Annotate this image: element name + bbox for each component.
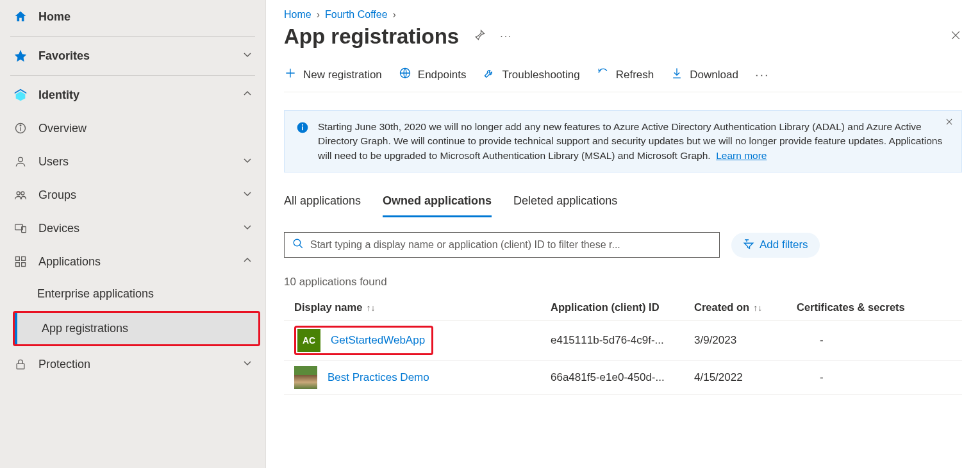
filterbar: Add filters [284, 232, 962, 258]
divider [10, 36, 255, 37]
sidebar-item-home[interactable]: Home [0, 0, 265, 33]
tabs: All applications Owned applications Dele… [284, 194, 962, 218]
cell-application-id: e415111b-5d76-4c9f-... [551, 334, 694, 347]
pin-icon[interactable] [473, 29, 486, 44]
sidebar-item-protection[interactable]: Protection [0, 347, 265, 381]
learn-more-link[interactable]: Learn more [716, 150, 767, 161]
sidebar-item-label: Applications [38, 255, 242, 269]
cell-created-on: 4/15/2022 [694, 371, 797, 384]
sidebar-item-label: Home [38, 10, 253, 24]
table-row[interactable]: AC GetStartedWebApp e415111b-5d76-4c9f-.… [284, 321, 962, 361]
cell-created-on: 3/9/2023 [694, 334, 797, 347]
tab-all-applications[interactable]: All applications [284, 194, 361, 217]
sidebar-item-groups[interactable]: Groups [0, 178, 265, 212]
more-icon[interactable]: ··· [500, 31, 512, 42]
wrench-icon [483, 67, 495, 83]
column-application-id[interactable]: Application (client) ID [551, 301, 694, 313]
refresh-button[interactable]: Refresh [597, 67, 654, 83]
close-icon[interactable] [949, 29, 962, 44]
chevron-up-icon [242, 255, 253, 268]
app-link[interactable]: GetStartedWebApp [331, 334, 425, 347]
tab-deleted-applications[interactable]: Deleted applications [513, 194, 617, 217]
chevron-down-icon [242, 222, 253, 235]
user-icon [13, 154, 28, 169]
plus-icon [284, 67, 297, 83]
info-icon [296, 121, 309, 163]
sidebar-item-label: Users [38, 155, 242, 169]
sidebar-item-favorites[interactable]: Favorites [0, 39, 265, 72]
svg-rect-8 [16, 257, 20, 261]
sidebar-item-label: Identity [38, 88, 242, 102]
sidebar-item-app-registrations[interactable]: App registrations [15, 313, 258, 344]
search-icon [292, 238, 304, 252]
breadcrumb-org[interactable]: Fourth Coffee [325, 9, 388, 21]
troubleshooting-button[interactable]: Troubleshooting [483, 67, 579, 83]
refresh-icon [597, 67, 610, 83]
tab-owned-applications[interactable]: Owned applications [383, 194, 492, 217]
cell-application-id: 66a481f5-e1e0-450d-... [551, 371, 694, 384]
close-icon[interactable] [945, 117, 954, 129]
cell-certificates: - [797, 371, 938, 384]
sidebar-item-label: Protection [38, 358, 242, 371]
info-icon [13, 121, 28, 136]
cell-display-name: AC GetStartedWebApp [284, 326, 551, 355]
applications-subnav: Enterprise applications App registration… [0, 278, 265, 346]
svg-point-17 [294, 240, 301, 247]
star-icon [13, 48, 28, 63]
chevron-up-icon [242, 88, 253, 101]
table-header: Display name ↑↓ Application (client) ID … [284, 295, 962, 321]
sort-icon: ↑↓ [753, 303, 762, 313]
sidebar-item-enterprise-applications[interactable]: Enterprise applications [0, 278, 265, 310]
svg-point-5 [21, 192, 24, 195]
app-badge: AC [297, 329, 320, 352]
cell-display-name: Best Practices Demo [284, 366, 551, 389]
download-button[interactable]: Download [670, 67, 738, 83]
sidebar-item-label: Devices [38, 222, 242, 235]
endpoints-button[interactable]: Endpoints [399, 67, 467, 83]
group-icon [13, 187, 28, 203]
info-banner: Starting June 30th, 2020 we will no long… [284, 110, 962, 172]
column-display-name[interactable]: Display name ↑↓ [284, 301, 551, 313]
sidebar-item-overview[interactable]: Overview [0, 112, 265, 145]
chevron-down-icon [242, 155, 253, 168]
svg-point-3 [19, 157, 23, 162]
banner-text: Starting June 30th, 2020 we will no long… [318, 120, 950, 163]
download-icon [670, 67, 683, 83]
filter-icon [743, 238, 754, 253]
column-label: Application (client) ID [551, 301, 660, 313]
toolbar-label: Endpoints [418, 69, 467, 81]
chevron-down-icon [242, 358, 253, 371]
chevron-right-icon: › [393, 9, 396, 21]
new-registration-button[interactable]: New registration [284, 67, 382, 83]
add-filters-button[interactable]: Add filters [731, 233, 820, 258]
breadcrumb-home[interactable]: Home [284, 9, 311, 21]
search-input[interactable] [310, 239, 711, 251]
annotation-highlight: App registrations [13, 311, 260, 346]
applications-icon [13, 254, 28, 269]
column-created-on[interactable]: Created on ↑↓ [694, 301, 797, 313]
banner-message: Starting June 30th, 2020 we will no long… [318, 121, 942, 161]
search-input-wrapper[interactable] [284, 232, 720, 258]
column-label: Display name [294, 301, 362, 313]
home-icon [13, 9, 28, 24]
app-badge [294, 366, 317, 389]
sidebar-item-identity[interactable]: Identity [0, 78, 265, 112]
sidebar-item-label: Favorites [38, 49, 242, 63]
sidebar-item-applications[interactable]: Applications [0, 245, 265, 278]
main-content: Home › Fourth Coffee › App registrations… [266, 0, 980, 468]
svg-point-2 [20, 125, 21, 126]
table-row[interactable]: Best Practices Demo 66a481f5-e1e0-450d-.… [284, 361, 962, 395]
breadcrumb: Home › Fourth Coffee › [284, 9, 962, 21]
sort-icon: ↑↓ [366, 303, 375, 313]
titlebar: App registrations ··· [284, 24, 962, 49]
toolbar-more-icon[interactable]: ··· [755, 67, 770, 82]
svg-rect-9 [22, 257, 26, 261]
column-certificates-secrets[interactable]: Certificates & secrets [797, 301, 938, 313]
sidebar-item-users[interactable]: Users [0, 145, 265, 178]
chevron-right-icon: › [317, 9, 320, 21]
svg-point-4 [17, 192, 20, 195]
sidebar-item-label: Enterprise applications [37, 287, 253, 301]
sidebar-item-devices[interactable]: Devices [0, 212, 265, 245]
app-link[interactable]: Best Practices Demo [328, 371, 429, 384]
chevron-down-icon [242, 49, 253, 62]
